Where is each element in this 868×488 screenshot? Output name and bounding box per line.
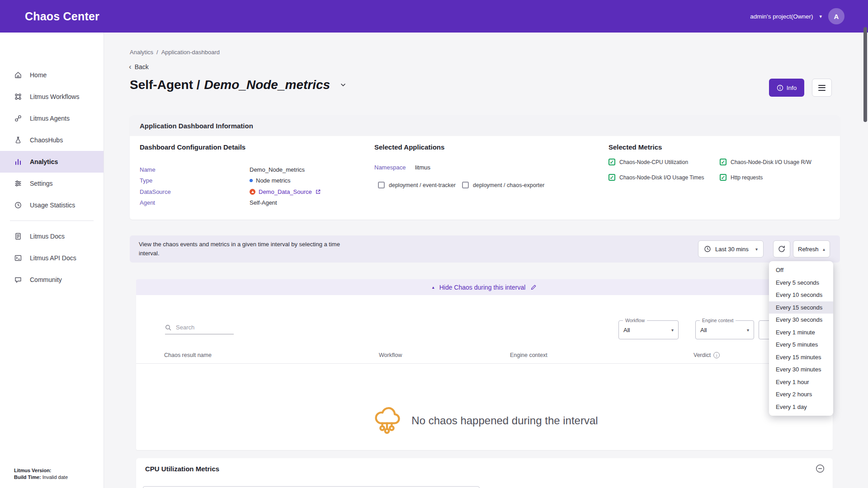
refresh-interval-dropdown[interactable]: Refresh ▴ bbox=[793, 240, 830, 258]
search-icon bbox=[165, 324, 171, 331]
cpu-utilization-title: CPU Utilization Metrics bbox=[145, 465, 219, 473]
search-input[interactable] bbox=[175, 324, 229, 331]
menu-option-every-5-minutes[interactable]: Every 5 minutes bbox=[769, 338, 833, 351]
menu-option-every-2-hours[interactable]: Every 2 hours bbox=[769, 388, 833, 401]
datasource-link[interactable]: Demo_Data_Source bbox=[259, 188, 312, 195]
agents-link-icon bbox=[14, 114, 22, 122]
config-label: Agent bbox=[140, 199, 250, 206]
page-title-row: Self-Agent / Demo_Node_metrics bbox=[130, 78, 347, 92]
sidebar-item-label: Usage Statistics bbox=[30, 202, 75, 209]
selected-applications-heading: Selected Applications bbox=[374, 143, 600, 151]
dashboard-switch-chevron-down-icon[interactable] bbox=[340, 81, 347, 89]
project-selector-label[interactable]: admin's project(Owner) bbox=[750, 13, 813, 20]
sidebar-item-usage-statistics[interactable]: Usage Statistics bbox=[0, 194, 104, 216]
namespace-label: Namespace bbox=[374, 164, 415, 171]
checkbox-unchecked[interactable] bbox=[462, 182, 469, 188]
refresh-interval-menu: Off Every 5 seconds Every 10 seconds Eve… bbox=[769, 261, 833, 416]
engine-context-filter-value: All bbox=[700, 327, 707, 333]
config-row-agent: Agent Self-Agent bbox=[140, 197, 357, 209]
checkbox-checked[interactable]: ✓ bbox=[609, 174, 615, 181]
menu-option-every-15-seconds[interactable]: Every 15 seconds bbox=[769, 301, 833, 314]
node-metrics-icon bbox=[250, 179, 253, 182]
sidebar-item-label: Litmus Docs bbox=[30, 233, 65, 240]
hide-chaos-toggle[interactable]: ▴ Hide Chaos during this interval bbox=[136, 279, 833, 295]
checkbox-label: deployment / event-tracker bbox=[389, 182, 456, 188]
workflow-filter-select[interactable]: Workflow All ▾ bbox=[618, 320, 679, 339]
menu-option-every-30-seconds[interactable]: Every 30 seconds bbox=[769, 314, 833, 326]
hamburger-icon bbox=[818, 85, 826, 86]
clock-icon bbox=[704, 245, 711, 253]
application-checkbox-item: deployment / event-tracker bbox=[378, 182, 456, 188]
sidebar-divider bbox=[10, 221, 94, 221]
refresh-icon bbox=[778, 245, 786, 253]
edit-pencil-icon[interactable] bbox=[530, 284, 537, 291]
time-range-select[interactable]: Last 30 mins ▾ bbox=[698, 240, 764, 258]
sidebar-item-litmus-agents[interactable]: Litmus Agents bbox=[0, 108, 104, 129]
column-header-verdict: Verdict i bbox=[693, 352, 720, 358]
back-button[interactable]: ‹ Back bbox=[129, 62, 149, 71]
config-value-text: Node metrics bbox=[256, 177, 291, 184]
refresh-now-button[interactable] bbox=[773, 240, 790, 258]
metric-label: Chaos-Node-Disk I/O Usage Times bbox=[619, 174, 704, 181]
sidebar-item-label: Litmus Agents bbox=[30, 115, 70, 122]
menu-option-every-30-minutes[interactable]: Every 30 minutes bbox=[769, 363, 833, 376]
breadcrumb-analytics[interactable]: Analytics bbox=[130, 49, 153, 56]
engine-context-filter-select[interactable]: Engine context All ▾ bbox=[695, 320, 754, 339]
menu-option-every-1-minute[interactable]: Every 1 minute bbox=[769, 326, 833, 339]
sidebar-item-community[interactable]: Community bbox=[0, 269, 104, 291]
metric-checkbox-item: ✓ Http requests bbox=[720, 174, 837, 181]
sidebar-item-home[interactable]: Home bbox=[0, 64, 104, 86]
sidebar-item-label: ChaosHubs bbox=[30, 136, 63, 144]
header-account-area: admin's project(Owner) ▾ A bbox=[750, 0, 844, 33]
column-header-engine-context: Engine context bbox=[510, 352, 547, 358]
app-header: Chaos Center admin's project(Owner) ▾ A bbox=[0, 0, 868, 33]
checkbox-checked[interactable]: ✓ bbox=[720, 159, 726, 165]
dashboard-info-card-title: Application Dashboard Information bbox=[130, 115, 840, 136]
sidebar-item-chaoshubs[interactable]: ChaosHubs bbox=[0, 129, 104, 151]
app-title: Chaos Center bbox=[25, 10, 99, 23]
sidebar-item-litmus-docs[interactable]: Litmus Docs bbox=[0, 225, 104, 247]
page-title-dashboard: Demo_Node_metrics bbox=[204, 78, 330, 92]
chevron-down-icon: ▾ bbox=[747, 328, 749, 333]
sidebar-item-label: Litmus API Docs bbox=[30, 254, 76, 262]
menu-option-off[interactable]: Off bbox=[769, 264, 833, 277]
project-chevron-down-icon[interactable]: ▾ bbox=[819, 14, 822, 19]
collapse-minus-icon[interactable] bbox=[816, 464, 825, 473]
checkbox-checked[interactable]: ✓ bbox=[609, 159, 615, 165]
config-value: Self-Agent bbox=[250, 199, 277, 206]
vertical-scrollbar[interactable] bbox=[863, 27, 867, 122]
checkbox-unchecked[interactable] bbox=[378, 182, 385, 188]
menu-option-every-5-seconds[interactable]: Every 5 seconds bbox=[769, 277, 833, 289]
checkbox-checked[interactable]: ✓ bbox=[720, 174, 726, 181]
avatar[interactable]: A bbox=[828, 8, 844, 24]
chevron-down-icon: ▾ bbox=[755, 247, 758, 252]
sidebar-item-litmus-api-docs[interactable]: Litmus API Docs bbox=[0, 247, 104, 269]
chaos-interval-section: ▴ Hide Chaos during this interval Workfl… bbox=[136, 279, 833, 450]
dashboard-menu-button[interactable] bbox=[812, 79, 832, 97]
prometheus-icon bbox=[250, 189, 255, 195]
menu-option-every-1-day[interactable]: Every 1 day bbox=[769, 401, 833, 413]
config-label: Name bbox=[140, 166, 250, 173]
metric-label: Chaos-Node-CPU Utilization bbox=[619, 159, 688, 165]
chaos-table-header-row: Chaos result name Workflow Engine contex… bbox=[136, 347, 833, 364]
sidebar-item-litmus-workflows[interactable]: Litmus Workflows bbox=[0, 86, 104, 108]
time-range-value: Last 30 mins bbox=[715, 246, 749, 253]
menu-option-every-10-seconds[interactable]: Every 10 seconds bbox=[769, 289, 833, 301]
chevron-up-icon: ▴ bbox=[823, 247, 825, 252]
sidebar-item-settings[interactable]: Settings bbox=[0, 173, 104, 194]
checkbox-label: deployment / chaos-exporter bbox=[473, 182, 544, 188]
sliders-icon bbox=[14, 179, 22, 188]
menu-option-every-1-hour[interactable]: Every 1 hour bbox=[769, 376, 833, 389]
back-label: Back bbox=[135, 63, 149, 70]
breadcrumb-application-dashboard[interactable]: Application-dashboard bbox=[161, 49, 220, 56]
verdict-info-icon[interactable]: i bbox=[713, 352, 720, 358]
info-button[interactable]: Info bbox=[769, 79, 804, 97]
cloud-network-icon bbox=[371, 403, 403, 439]
selected-metrics-heading: Selected Metrics bbox=[609, 143, 837, 151]
menu-option-every-15-minutes[interactable]: Every 15 minutes bbox=[769, 351, 833, 364]
metric-checkbox-item: ✓ Chaos-Node-CPU Utilization bbox=[609, 159, 720, 165]
empty-state: No chaos happened during the interval bbox=[136, 403, 833, 439]
cpu-chart-area bbox=[143, 486, 480, 488]
sidebar-item-analytics[interactable]: Analytics bbox=[0, 151, 104, 173]
sidebar-item-label: Settings bbox=[30, 180, 53, 187]
